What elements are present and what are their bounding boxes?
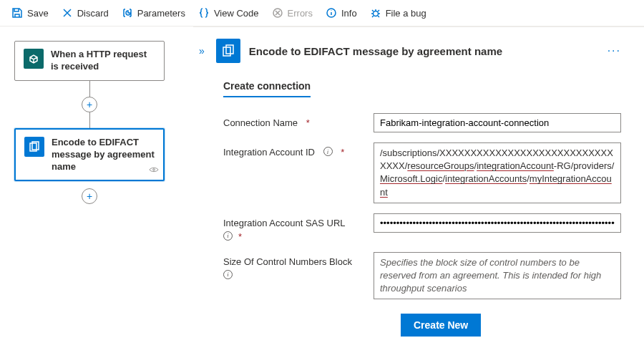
account-id-input[interactable]: /subscriptions/XXXXXXXXXXXXXXXXXXXXXXXXX…	[374, 142, 621, 203]
add-step-button[interactable]: +	[82, 97, 97, 112]
info-icon[interactable]: i	[323, 147, 333, 156]
panel-more-button[interactable]: ···	[608, 44, 621, 57]
parameters-button[interactable]: Parameters	[116, 4, 191, 21]
connector-line	[89, 81, 90, 97]
label-sas-url: Integration Account SAS URL i*	[223, 213, 359, 242]
save-icon	[11, 7, 23, 19]
discard-label: Discard	[77, 8, 109, 19]
action-node[interactable]: Encode to EDIFACT message by agreement n…	[14, 128, 165, 182]
svg-point-2	[373, 11, 378, 16]
save-button[interactable]: Save	[6, 4, 54, 21]
connector-line	[89, 112, 90, 128]
svg-rect-7	[226, 45, 233, 54]
save-label: Save	[27, 8, 49, 19]
errors-button: Errors	[266, 4, 318, 21]
errors-icon	[272, 7, 283, 19]
workflow-canvas[interactable]: When a HTTP request is received + Encode…	[0, 26, 193, 357]
row-sas-url: Integration Account SAS URL i*	[223, 213, 621, 242]
block-size-input[interactable]: Specifies the block size of control numb…	[374, 252, 621, 300]
panel-title: Encode to EDIFACT message by agreement n…	[249, 45, 599, 57]
sas-url-input[interactable]	[374, 213, 621, 233]
connection-name-input[interactable]	[374, 113, 621, 132]
row-account-id: Integration Account ID i * /subscription…	[223, 142, 621, 203]
main-area: When a HTTP request is received + Encode…	[0, 26, 644, 357]
parameters-label: Parameters	[137, 8, 185, 19]
errors-label: Errors	[288, 8, 313, 19]
file-bug-label: File a bug	[386, 8, 426, 19]
action-title: Encode to EDIFACT message by agreement n…	[52, 137, 155, 173]
info-icon	[326, 7, 337, 19]
action-settings-panel: » Encode to EDIFACT message by agreement…	[193, 26, 644, 357]
parameters-icon	[122, 7, 133, 19]
file-bug-button[interactable]: File a bug	[364, 4, 432, 21]
svg-point-5	[153, 169, 155, 171]
row-block-size: Size Of Control Numbers Block i Specifie…	[223, 252, 621, 300]
label-connection-name: Connection Name *	[223, 113, 359, 128]
edifact-icon	[24, 137, 44, 157]
label-account-id: Integration Account ID i *	[223, 142, 359, 158]
info-label: Info	[341, 8, 357, 19]
label-block-size: Size Of Control Numbers Block i	[223, 252, 359, 279]
discard-button[interactable]: Discard	[56, 4, 114, 21]
view-code-button[interactable]: View Code	[192, 4, 265, 21]
braces-icon	[198, 7, 210, 19]
view-code-label: View Code	[214, 8, 259, 19]
section-create-connection: Create connection	[223, 80, 311, 97]
create-new-button[interactable]: Create New	[401, 314, 481, 337]
discard-icon	[62, 7, 73, 19]
info-button[interactable]: Info	[320, 4, 363, 21]
trigger-title: When a HTTP request is received	[51, 49, 155, 73]
svg-rect-6	[223, 47, 230, 56]
add-step-button-2[interactable]: +	[82, 188, 97, 204]
peek-icon	[149, 165, 159, 175]
designer-toolbar: Save Discard Parameters View Code Errors…	[0, 0, 644, 26]
info-icon[interactable]: i	[223, 231, 233, 241]
row-connection-name: Connection Name *	[223, 113, 621, 132]
info-icon[interactable]: i	[223, 270, 233, 279]
panel-header: » Encode to EDIFACT message by agreement…	[196, 39, 627, 63]
http-trigger-icon	[24, 49, 44, 69]
connection-form: Connection Name * Integration Account ID…	[196, 113, 627, 337]
collapse-chevron-icon[interactable]: »	[196, 42, 208, 59]
bug-icon	[370, 7, 381, 19]
panel-edifact-icon	[216, 39, 240, 63]
trigger-node[interactable]: When a HTTP request is received	[14, 41, 165, 81]
